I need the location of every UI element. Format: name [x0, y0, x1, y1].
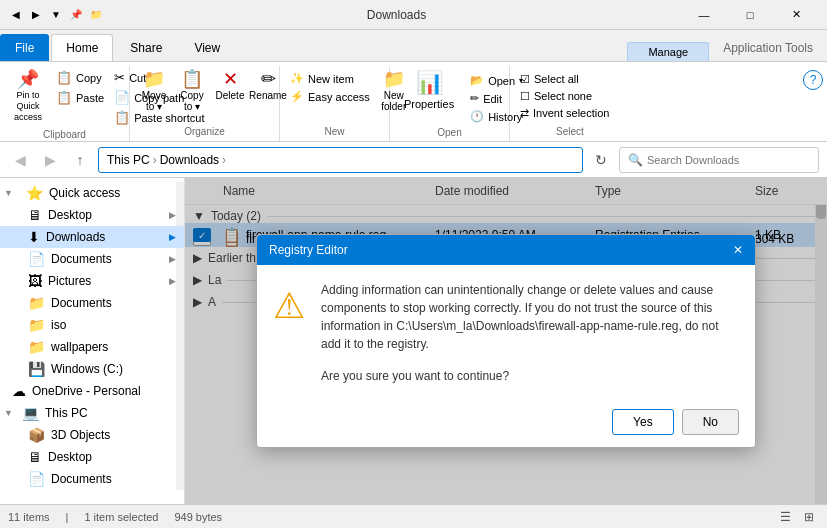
sidebar-label: Documents — [51, 472, 112, 486]
select-group: ☑ Select all ☐ Select none ⇄ Invent sele… — [510, 66, 630, 141]
folder-icon: 📁 — [28, 317, 45, 333]
sidebar-item-3dobjects[interactable]: 📦 3D Objects — [0, 424, 184, 446]
invert-icon: ⇄ — [520, 107, 529, 120]
tab-home[interactable]: Home — [51, 34, 113, 61]
maximize-button[interactable]: □ — [727, 0, 773, 30]
properties-button[interactable]: 📊 Properties — [396, 68, 462, 112]
close-button[interactable]: ✕ — [773, 0, 819, 30]
back-arrow-icon[interactable]: ◀ — [8, 7, 24, 23]
desktop-icon: 🖥 — [28, 207, 42, 223]
sidebar-label: OneDrive - Personal — [32, 384, 141, 398]
sidebar: ▼ ⭐ Quick access 🖥 Desktop ▶ ⬇ Downloads… — [0, 178, 185, 504]
dialog-body: ⚠ Adding information can unintentionally… — [257, 265, 755, 401]
refresh-button[interactable]: ↻ — [589, 148, 613, 172]
quick-access-icon[interactable]: 📌 — [68, 7, 84, 23]
move-to-button[interactable]: 📁 Moveto ▾ — [136, 68, 172, 114]
sidebar-item-documents2[interactable]: 📁 Documents — [0, 292, 184, 314]
ribbon: 📌 Pin to Quickaccess 📋 Copy 📋 Paste ✂ Cu… — [0, 62, 827, 142]
details-view-button[interactable]: ☰ — [775, 507, 795, 527]
copy-to-button[interactable]: 📋 Copyto ▾ — [174, 68, 210, 114]
sidebar-item-onedrive[interactable]: ☁ OneDrive - Personal — [0, 380, 184, 402]
dialog-footer: Yes No — [257, 401, 755, 447]
history-icon: 🕐 — [470, 110, 484, 123]
select-all-button[interactable]: ☑ Select all — [516, 71, 583, 88]
new-label: New — [286, 124, 383, 139]
sidebar-item-windowsc[interactable]: 💾 Windows (C:) — [0, 358, 184, 380]
sidebar-item-wallpapers[interactable]: 📁 wallpapers — [0, 336, 184, 358]
forward-button[interactable]: ▶ — [38, 148, 62, 172]
dialog-close-icon[interactable]: ✕ — [733, 243, 743, 257]
3dobjects-icon: 📦 — [28, 427, 45, 443]
search-box[interactable]: 🔍 — [619, 147, 819, 173]
invert-selection-button[interactable]: ⇄ Invent selection — [516, 105, 613, 122]
sidebar-item-desktop[interactable]: 🖥 Desktop ▶ — [0, 204, 184, 226]
sidebar-item-thispc[interactable]: ▼ 💻 This PC — [0, 402, 184, 424]
address-this-pc[interactable]: This PC — [107, 153, 150, 167]
tab-application-tools[interactable]: Application Tools — [709, 35, 827, 61]
dialog-titlebar: Registry Editor ✕ — [257, 235, 755, 265]
selection-text: 1 item selected — [84, 511, 158, 523]
manage-header: Manage — [627, 42, 709, 61]
up-button[interactable]: ↑ — [68, 148, 92, 172]
easy-access-icon: ⚡ — [290, 90, 304, 103]
folder-icon: 📁 — [28, 339, 45, 355]
yes-button[interactable]: Yes — [612, 409, 674, 435]
help-button[interactable]: ? — [803, 70, 823, 90]
forward-arrow-icon[interactable]: ▶ — [28, 7, 44, 23]
title-bar: ◀ ▶ ▼ 📌 📁 Downloads — □ ✕ — [0, 0, 827, 30]
desktop-icon: 🖥 — [28, 449, 42, 465]
delete-button[interactable]: ✕ Delete — [212, 68, 248, 103]
sidebar-label: Quick access — [49, 186, 120, 200]
tab-view[interactable]: View — [179, 34, 235, 61]
sidebar-label: iso — [51, 318, 66, 332]
main-content: ▼ ⭐ Quick access 🖥 Desktop ▶ ⬇ Downloads… — [0, 178, 827, 504]
copy-button[interactable]: 📋 Copy — [52, 68, 108, 87]
down-arrow-icon[interactable]: ▼ — [48, 7, 64, 23]
sidebar-label: Desktop — [48, 450, 92, 464]
address-downloads[interactable]: Downloads — [160, 153, 219, 167]
documents-icon: 📄 — [28, 251, 45, 267]
clipboard-group: 📌 Pin to Quickaccess 📋 Copy 📋 Paste ✂ Cu… — [0, 66, 130, 141]
clipboard-label: Clipboard — [6, 127, 123, 142]
sidebar-label: This PC — [45, 406, 88, 420]
no-button[interactable]: No — [682, 409, 739, 435]
sidebar-item-quickaccess[interactable]: ▼ ⭐ Quick access — [0, 182, 184, 204]
large-icons-view-button[interactable]: ⊞ — [799, 507, 819, 527]
sidebar-item-desktop2[interactable]: 🖥 Desktop — [0, 446, 184, 468]
easy-access-button[interactable]: ⚡ Easy access — [286, 88, 374, 105]
status-bar: 11 items | 1 item selected 949 bytes ☰ ⊞ — [0, 504, 827, 528]
copy-path-icon: 📄 — [114, 90, 130, 105]
select-none-button[interactable]: ☐ Select none — [516, 88, 596, 105]
size-text: 949 bytes — [174, 511, 222, 523]
back-button[interactable]: ◀ — [8, 148, 32, 172]
folder-icon[interactable]: 📁 — [88, 7, 104, 23]
sidebar-item-documents3[interactable]: 📄 Documents — [0, 468, 184, 490]
select-all-icon: ☑ — [520, 73, 530, 86]
paste-shortcut-icon: 📋 — [114, 110, 130, 125]
tab-share[interactable]: Share — [115, 34, 177, 61]
move-icon: 📁 — [143, 70, 165, 88]
search-input[interactable] — [647, 154, 810, 166]
minimize-button[interactable]: — — [681, 0, 727, 30]
tab-file[interactable]: File — [0, 34, 49, 61]
documents-icon: 📄 — [28, 471, 45, 487]
rename-icon: ✏ — [261, 70, 276, 88]
copy-icon: 📋 — [56, 70, 72, 85]
pin-to-quickaccess-button[interactable]: 📌 Pin to Quickaccess — [6, 68, 50, 124]
paste-button[interactable]: 📋 Paste — [52, 88, 108, 107]
window-title: Downloads — [112, 8, 681, 22]
sidebar-item-documents[interactable]: 📄 Documents ▶ — [0, 248, 184, 270]
select-none-icon: ☐ — [520, 90, 530, 103]
sidebar-item-iso[interactable]: 📁 iso — [0, 314, 184, 336]
address-path[interactable]: This PC › Downloads › — [98, 147, 583, 173]
dialog-overlay: Registry Editor ✕ ⚠ Adding information c… — [185, 178, 827, 504]
dialog-question: Are you sure you want to continue? — [321, 367, 739, 385]
sidebar-label: wallpapers — [51, 340, 108, 354]
onedrive-icon: ☁ — [12, 383, 26, 399]
properties-icon: 📊 — [416, 70, 443, 96]
sidebar-label: 3D Objects — [51, 428, 110, 442]
sidebar-item-pictures[interactable]: 🖼 Pictures ▶ — [0, 270, 184, 292]
new-item-button[interactable]: ✨ New item — [286, 70, 374, 87]
dialog-message: Adding information can unintentionally c… — [321, 281, 739, 353]
sidebar-item-downloads[interactable]: ⬇ Downloads ▶ — [0, 226, 184, 248]
